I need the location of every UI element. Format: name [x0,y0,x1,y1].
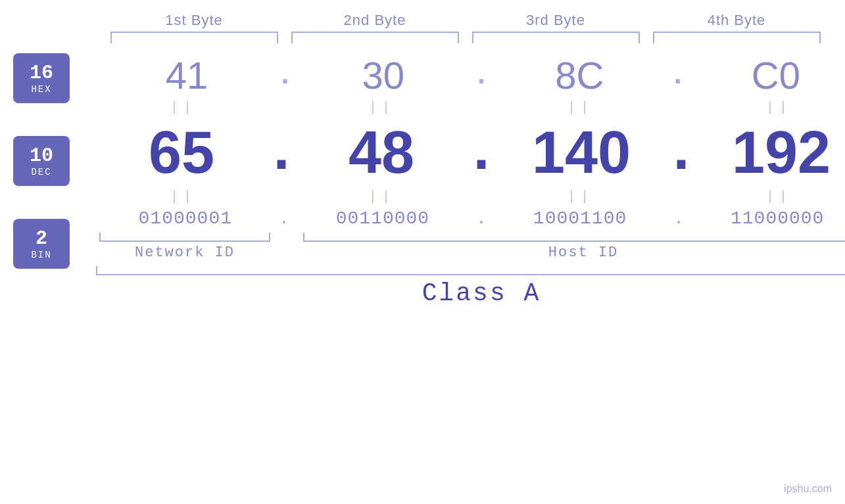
base-labels: 16 HEX 10 DEC 2 BIN [13,53,70,269]
eq-2-4: || [694,189,845,204]
bracket-line-1 [110,32,278,43]
dot-hex-1: . [276,59,293,92]
dec-row: 65 . 48 . 140 . 192 [83,119,845,187]
equals-row-2: || || || || [83,188,845,206]
hex-name: HEX [31,84,51,95]
dec-val-3: 140 [496,119,667,187]
class-a-label: Class A [83,279,845,314]
dot-dec-3: . [664,120,699,187]
bottom-bracket-row [83,233,845,242]
dot-dec-2: . [464,120,499,187]
bracket-seg-3 [466,32,646,43]
byte3-header: 3rd Byte [466,12,646,29]
dot-hex-2: . [473,59,490,92]
hex-val-2: 30 [298,53,469,97]
dot-bin-3: . [673,208,685,229]
values-grid: 41 . 30 . 8C . C0 || || [83,47,845,314]
hex-badge: 16 HEX [13,53,70,103]
outer-bracket-line [96,266,845,275]
byte2-header: 2nd Byte [285,12,466,29]
network-bracket-line [99,233,270,242]
id-labels-row: Network ID Host ID [83,244,845,261]
byte4-header: 4th Byte [646,12,827,29]
host-id-label: Host ID [300,244,845,261]
byte-headers: 1st Byte 2nd Byte 3rd Byte 4th Byte [0,0,845,29]
bin-val-4: 11000000 [692,208,845,229]
network-id-label: Network ID [96,244,274,261]
hex-row: 41 . 30 . 8C . C0 [83,53,845,97]
dec-val-4: 192 [696,119,845,187]
watermark: ipshu.com [784,483,832,495]
bracket-seg-4 [646,32,827,43]
host-bracket [300,233,845,242]
bin-row: 01000001 . 00110000 . 10001100 . 1100000… [83,208,845,229]
bracket-line-3 [472,32,640,43]
bin-val-2: 00110000 [297,208,468,229]
eq-1-4: || [694,100,845,115]
dec-num: 10 [30,145,53,167]
bracket-line-2 [291,32,459,43]
dot-dec-1: . [264,120,299,187]
hex-val-4: C0 [690,53,845,97]
main-container: 1st Byte 2nd Byte 3rd Byte 4th Byte 16 H… [0,0,845,504]
hex-val-1: 41 [101,53,272,97]
eq-1-1: || [98,100,269,115]
bin-val-1: 01000001 [100,208,271,229]
eq-2-3: || [495,189,666,204]
network-bracket [96,233,274,242]
eq-2-2: || [297,189,468,204]
bin-name: BIN [31,250,51,260]
bracket-seg-2 [285,32,466,43]
top-brackets [0,32,845,43]
eq-1-2: || [297,100,468,115]
equals-row-1: || || || || [83,99,845,116]
bracket-line-4 [653,32,821,43]
dot-hex-3: . [669,59,686,92]
dot-bin-2: . [476,208,487,229]
dec-badge: 10 DEC [13,136,70,186]
host-bracket-line [303,233,845,242]
hex-val-3: 8C [494,53,665,97]
dec-val-2: 48 [296,119,467,187]
dec-val-1: 65 [96,119,267,187]
dec-name: DEC [31,167,51,177]
bin-badge: 2 BIN [13,219,70,269]
byte1-header: 1st Byte [104,12,285,29]
bin-num: 2 [36,228,47,250]
eq-1-3: || [495,100,666,115]
bin-val-3: 10001100 [495,208,665,229]
hex-num: 16 [30,62,53,84]
bracket-seg-1 [104,32,285,43]
dot-bin-1: . [278,208,289,229]
eq-2-1: || [98,189,269,204]
